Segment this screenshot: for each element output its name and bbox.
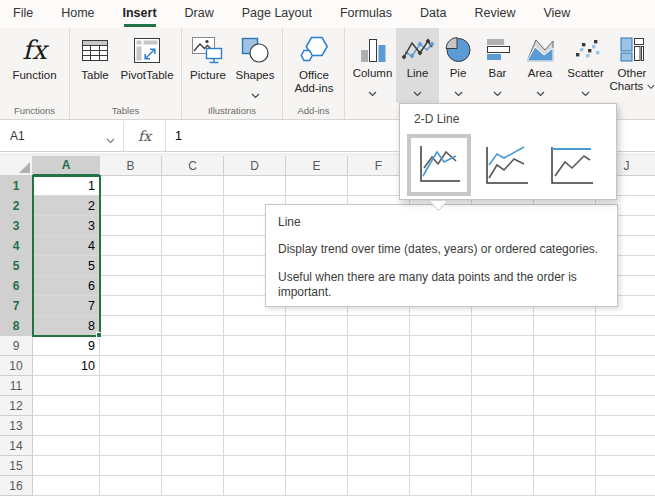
column-header-D[interactable]: D (224, 156, 286, 176)
cell-C9[interactable] (162, 336, 224, 356)
cell-J14[interactable] (596, 436, 655, 456)
cell-F14[interactable] (348, 436, 410, 456)
cell-H11[interactable] (472, 376, 534, 396)
cell-E13[interactable] (286, 416, 348, 436)
cell-A11[interactable] (33, 376, 100, 396)
row-header-13[interactable]: 13 (0, 416, 33, 436)
cell-H8[interactable] (472, 316, 534, 336)
insert-function-button[interactable]: fx (124, 121, 166, 151)
pie-chart-button[interactable]: Pie (439, 28, 477, 103)
cell-E1[interactable] (286, 176, 348, 196)
cell-F16[interactable] (348, 476, 410, 496)
cell-B3[interactable] (100, 216, 162, 236)
tab-data[interactable]: Data (420, 0, 446, 28)
cell-G11[interactable] (410, 376, 472, 396)
tab-draw[interactable]: Draw (185, 0, 214, 28)
cell-I10[interactable] (534, 356, 596, 376)
cell-C15[interactable] (162, 456, 224, 476)
cell-B14[interactable] (100, 436, 162, 456)
column-header-E[interactable]: E (286, 156, 348, 176)
cell-C14[interactable] (162, 436, 224, 456)
cell-D13[interactable] (224, 416, 286, 436)
tab-insert[interactable]: Insert (123, 0, 157, 28)
cell-J12[interactable] (596, 396, 655, 416)
cell-F15[interactable] (348, 456, 410, 476)
cell-A3[interactable]: 3 (33, 216, 100, 236)
cell-D8[interactable] (224, 316, 286, 336)
tab-formulas[interactable]: Formulas (340, 0, 392, 28)
cell-G13[interactable] (410, 416, 472, 436)
tab-view[interactable]: View (543, 0, 570, 28)
row-header-12[interactable]: 12 (0, 396, 33, 416)
shapes-button[interactable]: Shapes (231, 28, 279, 103)
cell-C1[interactable] (162, 176, 224, 196)
line-chart-button[interactable]: Line (396, 28, 439, 103)
cell-A6[interactable]: 6 (33, 276, 100, 296)
row-header-15[interactable]: 15 (0, 456, 33, 476)
cell-B12[interactable] (100, 396, 162, 416)
cell-G10[interactable] (410, 356, 472, 376)
cell-C10[interactable] (162, 356, 224, 376)
cell-A15[interactable] (33, 456, 100, 476)
cell-F12[interactable] (348, 396, 410, 416)
row-header-8[interactable]: 8 (0, 316, 33, 336)
cell-A12[interactable] (33, 396, 100, 416)
cell-D9[interactable] (224, 336, 286, 356)
row-header-10[interactable]: 10 (0, 356, 33, 376)
picture-button[interactable]: Picture (185, 28, 231, 103)
cell-H14[interactable] (472, 436, 534, 456)
cell-F13[interactable] (348, 416, 410, 436)
cell-A7[interactable]: 7 (33, 296, 100, 316)
cell-B11[interactable] (100, 376, 162, 396)
cell-H9[interactable] (472, 336, 534, 356)
cell-J16[interactable] (596, 476, 655, 496)
cell-C7[interactable] (162, 296, 224, 316)
cell-E12[interactable] (286, 396, 348, 416)
cell-B5[interactable] (100, 256, 162, 276)
option-stacked-line[interactable] (480, 143, 532, 189)
cell-E14[interactable] (286, 436, 348, 456)
cell-A13[interactable] (33, 416, 100, 436)
option-line[interactable] (407, 134, 471, 196)
fill-handle[interactable] (96, 332, 102, 338)
cell-C6[interactable] (162, 276, 224, 296)
cell-G12[interactable] (410, 396, 472, 416)
cell-B7[interactable] (100, 296, 162, 316)
cell-B15[interactable] (100, 456, 162, 476)
cell-J10[interactable] (596, 356, 655, 376)
row-header-1[interactable]: 1 (0, 176, 33, 196)
cell-I9[interactable] (534, 336, 596, 356)
column-chart-button[interactable]: Column (349, 28, 396, 103)
cell-D14[interactable] (224, 436, 286, 456)
bar-chart-button[interactable]: Bar (477, 28, 518, 103)
select-all-corner[interactable] (0, 156, 33, 176)
cell-B2[interactable] (100, 196, 162, 216)
cell-A1[interactable]: 1 (33, 176, 100, 196)
chevron-down-icon[interactable] (106, 133, 115, 147)
cell-H12[interactable] (472, 396, 534, 416)
cell-B16[interactable] (100, 476, 162, 496)
cell-E9[interactable] (286, 336, 348, 356)
cell-J9[interactable] (596, 336, 655, 356)
cell-D10[interactable] (224, 356, 286, 376)
cell-G15[interactable] (410, 456, 472, 476)
cell-A10[interactable]: 10 (33, 356, 100, 376)
cell-G16[interactable] (410, 476, 472, 496)
area-chart-button[interactable]: Area (518, 28, 562, 103)
row-header-14[interactable]: 14 (0, 436, 33, 456)
cell-H13[interactable] (472, 416, 534, 436)
column-header-B[interactable]: B (100, 156, 162, 176)
cell-C3[interactable] (162, 216, 224, 236)
row-header-2[interactable]: 2 (0, 196, 33, 216)
cell-A14[interactable] (33, 436, 100, 456)
cell-A8[interactable]: 8 (33, 316, 100, 336)
cell-E15[interactable] (286, 456, 348, 476)
row-header-5[interactable]: 5 (0, 256, 33, 276)
office-addins-button[interactable]: Office Add-ins (285, 28, 343, 103)
row-header-11[interactable]: 11 (0, 376, 33, 396)
cell-G14[interactable] (410, 436, 472, 456)
cell-B1[interactable] (100, 176, 162, 196)
cell-A9[interactable]: 9 (33, 336, 100, 356)
option-100-stacked-line[interactable] (545, 143, 597, 189)
scatter-chart-button[interactable]: Scatter (562, 28, 609, 103)
